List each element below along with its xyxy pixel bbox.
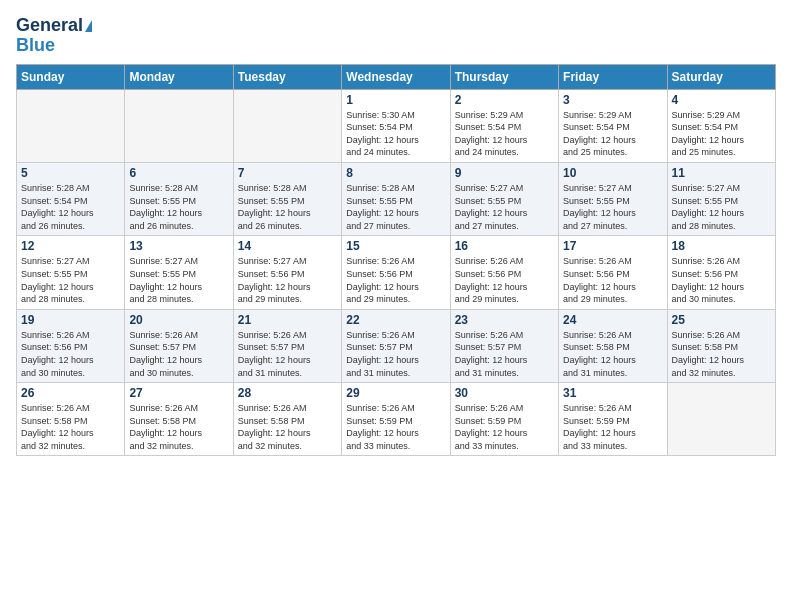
calendar-cell: 29Sunrise: 5:26 AM Sunset: 5:59 PM Dayli… xyxy=(342,383,450,456)
day-number: 9 xyxy=(455,166,554,180)
day-info: Sunrise: 5:26 AM Sunset: 5:58 PM Dayligh… xyxy=(21,402,120,452)
day-info: Sunrise: 5:26 AM Sunset: 5:59 PM Dayligh… xyxy=(346,402,445,452)
day-number: 15 xyxy=(346,239,445,253)
day-info: Sunrise: 5:26 AM Sunset: 5:59 PM Dayligh… xyxy=(455,402,554,452)
day-info: Sunrise: 5:26 AM Sunset: 5:56 PM Dayligh… xyxy=(346,255,445,305)
calendar-cell: 24Sunrise: 5:26 AM Sunset: 5:58 PM Dayli… xyxy=(559,309,667,382)
calendar-cell: 11Sunrise: 5:27 AM Sunset: 5:55 PM Dayli… xyxy=(667,162,775,235)
logo-triangle-icon xyxy=(85,20,92,32)
day-number: 23 xyxy=(455,313,554,327)
calendar-cell: 6Sunrise: 5:28 AM Sunset: 5:55 PM Daylig… xyxy=(125,162,233,235)
day-info: Sunrise: 5:27 AM Sunset: 5:55 PM Dayligh… xyxy=(129,255,228,305)
day-number: 17 xyxy=(563,239,662,253)
day-header-saturday: Saturday xyxy=(667,64,775,89)
day-number: 13 xyxy=(129,239,228,253)
day-number: 31 xyxy=(563,386,662,400)
calendar-week-row: 12Sunrise: 5:27 AM Sunset: 5:55 PM Dayli… xyxy=(17,236,776,309)
day-number: 10 xyxy=(563,166,662,180)
calendar-cell: 21Sunrise: 5:26 AM Sunset: 5:57 PM Dayli… xyxy=(233,309,341,382)
calendar-cell: 13Sunrise: 5:27 AM Sunset: 5:55 PM Dayli… xyxy=(125,236,233,309)
calendar-cell xyxy=(233,89,341,162)
calendar-cell: 10Sunrise: 5:27 AM Sunset: 5:55 PM Dayli… xyxy=(559,162,667,235)
day-info: Sunrise: 5:26 AM Sunset: 5:56 PM Dayligh… xyxy=(563,255,662,305)
day-number: 8 xyxy=(346,166,445,180)
calendar-week-row: 19Sunrise: 5:26 AM Sunset: 5:56 PM Dayli… xyxy=(17,309,776,382)
calendar-cell: 1Sunrise: 5:30 AM Sunset: 5:54 PM Daylig… xyxy=(342,89,450,162)
calendar-cell: 15Sunrise: 5:26 AM Sunset: 5:56 PM Dayli… xyxy=(342,236,450,309)
day-info: Sunrise: 5:26 AM Sunset: 5:58 PM Dayligh… xyxy=(672,329,771,379)
calendar-cell xyxy=(125,89,233,162)
calendar-cell: 4Sunrise: 5:29 AM Sunset: 5:54 PM Daylig… xyxy=(667,89,775,162)
calendar-cell: 28Sunrise: 5:26 AM Sunset: 5:58 PM Dayli… xyxy=(233,383,341,456)
day-header-friday: Friday xyxy=(559,64,667,89)
day-info: Sunrise: 5:26 AM Sunset: 5:58 PM Dayligh… xyxy=(563,329,662,379)
day-header-wednesday: Wednesday xyxy=(342,64,450,89)
day-info: Sunrise: 5:26 AM Sunset: 5:57 PM Dayligh… xyxy=(238,329,337,379)
day-number: 18 xyxy=(672,239,771,253)
day-info: Sunrise: 5:27 AM Sunset: 5:55 PM Dayligh… xyxy=(563,182,662,232)
day-number: 29 xyxy=(346,386,445,400)
calendar-cell: 20Sunrise: 5:26 AM Sunset: 5:57 PM Dayli… xyxy=(125,309,233,382)
calendar-cell: 2Sunrise: 5:29 AM Sunset: 5:54 PM Daylig… xyxy=(450,89,558,162)
day-header-sunday: Sunday xyxy=(17,64,125,89)
day-info: Sunrise: 5:29 AM Sunset: 5:54 PM Dayligh… xyxy=(672,109,771,159)
day-number: 11 xyxy=(672,166,771,180)
day-info: Sunrise: 5:27 AM Sunset: 5:56 PM Dayligh… xyxy=(238,255,337,305)
calendar-cell: 7Sunrise: 5:28 AM Sunset: 5:55 PM Daylig… xyxy=(233,162,341,235)
day-number: 3 xyxy=(563,93,662,107)
day-info: Sunrise: 5:29 AM Sunset: 5:54 PM Dayligh… xyxy=(455,109,554,159)
calendar-week-row: 5Sunrise: 5:28 AM Sunset: 5:54 PM Daylig… xyxy=(17,162,776,235)
day-number: 30 xyxy=(455,386,554,400)
calendar-cell: 30Sunrise: 5:26 AM Sunset: 5:59 PM Dayli… xyxy=(450,383,558,456)
day-number: 20 xyxy=(129,313,228,327)
calendar-header-row: SundayMondayTuesdayWednesdayThursdayFrid… xyxy=(17,64,776,89)
calendar-cell: 9Sunrise: 5:27 AM Sunset: 5:55 PM Daylig… xyxy=(450,162,558,235)
day-info: Sunrise: 5:26 AM Sunset: 5:57 PM Dayligh… xyxy=(346,329,445,379)
calendar-cell: 16Sunrise: 5:26 AM Sunset: 5:56 PM Dayli… xyxy=(450,236,558,309)
day-info: Sunrise: 5:28 AM Sunset: 5:55 PM Dayligh… xyxy=(346,182,445,232)
page-header: General Blue xyxy=(16,16,776,56)
day-header-monday: Monday xyxy=(125,64,233,89)
day-number: 28 xyxy=(238,386,337,400)
day-info: Sunrise: 5:26 AM Sunset: 5:56 PM Dayligh… xyxy=(21,329,120,379)
day-number: 5 xyxy=(21,166,120,180)
logo: General Blue xyxy=(16,16,92,56)
day-number: 2 xyxy=(455,93,554,107)
day-number: 4 xyxy=(672,93,771,107)
day-header-thursday: Thursday xyxy=(450,64,558,89)
day-number: 14 xyxy=(238,239,337,253)
day-number: 27 xyxy=(129,386,228,400)
day-info: Sunrise: 5:27 AM Sunset: 5:55 PM Dayligh… xyxy=(21,255,120,305)
calendar-cell: 22Sunrise: 5:26 AM Sunset: 5:57 PM Dayli… xyxy=(342,309,450,382)
logo-text-blue: Blue xyxy=(16,36,55,56)
day-info: Sunrise: 5:29 AM Sunset: 5:54 PM Dayligh… xyxy=(563,109,662,159)
day-info: Sunrise: 5:26 AM Sunset: 5:57 PM Dayligh… xyxy=(129,329,228,379)
day-info: Sunrise: 5:28 AM Sunset: 5:55 PM Dayligh… xyxy=(238,182,337,232)
calendar-cell: 12Sunrise: 5:27 AM Sunset: 5:55 PM Dayli… xyxy=(17,236,125,309)
calendar-cell: 23Sunrise: 5:26 AM Sunset: 5:57 PM Dayli… xyxy=(450,309,558,382)
calendar-cell: 18Sunrise: 5:26 AM Sunset: 5:56 PM Dayli… xyxy=(667,236,775,309)
calendar-cell: 27Sunrise: 5:26 AM Sunset: 5:58 PM Dayli… xyxy=(125,383,233,456)
day-number: 16 xyxy=(455,239,554,253)
calendar-cell: 25Sunrise: 5:26 AM Sunset: 5:58 PM Dayli… xyxy=(667,309,775,382)
day-info: Sunrise: 5:27 AM Sunset: 5:55 PM Dayligh… xyxy=(672,182,771,232)
calendar-week-row: 26Sunrise: 5:26 AM Sunset: 5:58 PM Dayli… xyxy=(17,383,776,456)
day-number: 26 xyxy=(21,386,120,400)
day-number: 7 xyxy=(238,166,337,180)
day-info: Sunrise: 5:26 AM Sunset: 5:59 PM Dayligh… xyxy=(563,402,662,452)
day-info: Sunrise: 5:28 AM Sunset: 5:54 PM Dayligh… xyxy=(21,182,120,232)
logo-text-general: General xyxy=(16,16,83,36)
calendar-week-row: 1Sunrise: 5:30 AM Sunset: 5:54 PM Daylig… xyxy=(17,89,776,162)
calendar-cell: 14Sunrise: 5:27 AM Sunset: 5:56 PM Dayli… xyxy=(233,236,341,309)
day-info: Sunrise: 5:26 AM Sunset: 5:56 PM Dayligh… xyxy=(672,255,771,305)
day-info: Sunrise: 5:30 AM Sunset: 5:54 PM Dayligh… xyxy=(346,109,445,159)
day-number: 24 xyxy=(563,313,662,327)
calendar-cell: 3Sunrise: 5:29 AM Sunset: 5:54 PM Daylig… xyxy=(559,89,667,162)
calendar-cell: 8Sunrise: 5:28 AM Sunset: 5:55 PM Daylig… xyxy=(342,162,450,235)
calendar-cell: 26Sunrise: 5:26 AM Sunset: 5:58 PM Dayli… xyxy=(17,383,125,456)
day-info: Sunrise: 5:26 AM Sunset: 5:58 PM Dayligh… xyxy=(238,402,337,452)
day-header-tuesday: Tuesday xyxy=(233,64,341,89)
calendar-cell: 19Sunrise: 5:26 AM Sunset: 5:56 PM Dayli… xyxy=(17,309,125,382)
day-info: Sunrise: 5:28 AM Sunset: 5:55 PM Dayligh… xyxy=(129,182,228,232)
day-number: 1 xyxy=(346,93,445,107)
